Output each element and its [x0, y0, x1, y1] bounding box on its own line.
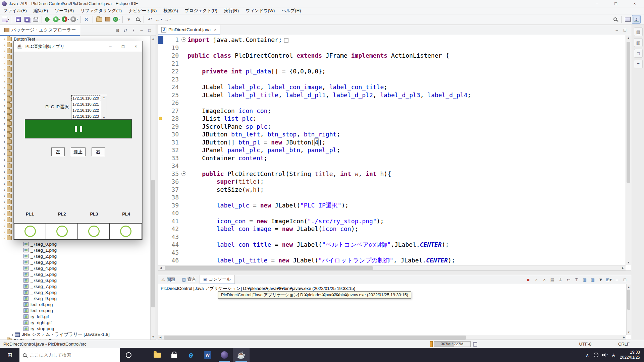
plc-ip-list[interactable]: 172.16.110.220172.16.110.221172.16.110.2…	[71, 95, 107, 120]
restore-view-2-icon[interactable]: ≡	[634, 60, 643, 68]
open-console-icon[interactable]: ⊞▾	[605, 276, 613, 284]
restore-view-icon[interactable]: □	[634, 49, 643, 58]
code-line[interactable]: 27 ImageIcon icon_con;	[158, 107, 626, 115]
code-line[interactable]: 39 label_plc = new JLabel("PLC IP選択");	[158, 201, 626, 209]
menu-item[interactable]: ファイル(F)	[0, 8, 30, 14]
tree-item-file[interactable]: _7seg_9.png	[0, 295, 150, 301]
expand-arrow-icon[interactable]: ›	[2, 236, 7, 241]
code-line[interactable]: 1+import java.awt.Container;	[158, 36, 626, 44]
maximize-button[interactable]: □	[117, 41, 129, 52]
tree-item-file[interactable]: _7seg_3.png	[0, 259, 150, 265]
word-wrap-icon[interactable]: ↩	[565, 276, 573, 284]
cortana-button[interactable]	[120, 348, 137, 362]
coverage-icon[interactable]: ▾	[61, 15, 70, 24]
fold-collapsed-icon[interactable]: +	[181, 37, 186, 42]
scroll-right-icon[interactable]: ▶	[622, 335, 626, 340]
console-tab[interactable]: ⚠問題	[158, 275, 179, 284]
maximize-view-icon[interactable]: □	[621, 276, 629, 284]
terminate-icon[interactable]: ■	[524, 276, 532, 284]
pilot-lamp-button[interactable]	[109, 223, 142, 240]
menu-item[interactable]: 実行(R)	[221, 8, 242, 14]
scroll-up-icon[interactable]: ▲	[627, 284, 631, 290]
open-perspective-icon[interactable]	[623, 15, 632, 24]
tree-item-file[interactable]: _7seg_0.png	[0, 241, 150, 247]
scrollbar-thumb[interactable]	[164, 336, 466, 340]
menu-item[interactable]: ソース(S)	[51, 8, 77, 14]
code-line[interactable]: 31 JButton[] btn_pl = new JButton[4];	[158, 138, 626, 146]
expand-arrow-icon[interactable]: ›	[2, 187, 7, 192]
collapse-all-icon[interactable]: ⊟	[113, 26, 121, 35]
minimize-button[interactable]: –	[588, 0, 606, 7]
expand-arrow-icon[interactable]: ›	[2, 181, 7, 186]
editor-vertical-scrollbar[interactable]: ▲ ▼	[626, 35, 631, 265]
code-line[interactable]: 40	[158, 209, 626, 217]
hidden-icons-chevron[interactable]: ∧	[583, 348, 592, 362]
edge-icon[interactable]: e	[182, 348, 199, 362]
expand-arrow-icon[interactable]: ›	[2, 175, 7, 180]
expand-arrow-icon[interactable]: ›	[2, 67, 7, 72]
expand-arrow-icon[interactable]: ›	[2, 205, 7, 210]
code-line[interactable]: 19	[158, 44, 626, 52]
code-line[interactable]: 34	[158, 162, 626, 170]
external-tools-icon[interactable]: ▾	[70, 15, 78, 24]
expand-arrow-icon[interactable]: ›	[2, 169, 7, 174]
expand-arrow-icon[interactable]: ›	[2, 133, 7, 138]
scroll-lock-icon[interactable]: ⇓	[556, 276, 565, 284]
store-icon[interactable]	[166, 348, 182, 362]
taskbar-clock[interactable]: 19:33 2022/01/25	[618, 350, 644, 360]
save-icon[interactable]	[14, 15, 22, 24]
expand-arrow-icon[interactable]: ›	[2, 199, 7, 204]
run-icon[interactable]: ▾	[52, 15, 61, 24]
code-line[interactable]: 29 JScrollPane sp_plc;	[158, 123, 626, 131]
tree-item-file[interactable]: ry_stop.png	[0, 325, 150, 331]
expand-arrow-icon[interactable]: ›	[2, 193, 7, 198]
skip-breakpoints-icon[interactable]: ⊘	[82, 15, 91, 24]
direction-button[interactable]: 左	[51, 147, 65, 156]
eclipse-icon[interactable]	[216, 348, 233, 362]
code-line[interactable]: 36 super(title);	[158, 178, 626, 186]
java-perspective-icon[interactable]: J	[632, 15, 641, 24]
code-line[interactable]: 24 JLabel label_plc, label_con_image, la…	[158, 83, 626, 91]
expand-arrow-icon[interactable]: ›	[2, 157, 7, 162]
console-tab[interactable]: ▣コンソール	[200, 275, 235, 284]
file-explorer-icon[interactable]	[149, 348, 166, 362]
code-editor[interactable]: 1+import java.awt.Container;1920public c…	[158, 35, 626, 265]
plc-titlebar[interactable]: ☕ PLC直接制御アプリ – □ ×	[14, 41, 142, 52]
scrollbar-thumb[interactable]	[165, 266, 373, 270]
package-explorer-tab[interactable]: パッケージ・エクスプローラー	[0, 25, 80, 36]
expand-arrow-icon[interactable]: ›	[2, 61, 7, 66]
expand-arrow-icon[interactable]: ›	[2, 49, 7, 54]
code-line[interactable]: 43	[158, 233, 626, 241]
menu-item[interactable]: ナビゲート(N)	[125, 8, 160, 14]
scroll-up-icon[interactable]: ▲	[626, 35, 631, 41]
maximize-button[interactable]: □	[606, 0, 625, 7]
close-button[interactable]: ×	[625, 0, 644, 7]
expand-arrow-icon[interactable]: ›	[2, 91, 7, 96]
code-line[interactable]: 42 label_con_image = new JLabel(icon_con…	[158, 225, 626, 233]
scrollbar-thumb[interactable]	[627, 42, 630, 183]
clear-console-icon[interactable]: ▤	[548, 276, 556, 284]
code-line[interactable]: 30 JButton btn_left, btn_stop, btn_right…	[158, 130, 626, 138]
tree-item-jre[interactable]: ›JRE システム・ライブラリー [JavaSE-1.8]	[0, 331, 150, 338]
expand-arrow-icon[interactable]: ›	[2, 109, 7, 114]
tree-item-file[interactable]: _7seg_7.png	[0, 283, 150, 289]
open-task-icon[interactable]: ▾	[124, 15, 133, 24]
speaker-muted-icon[interactable]: ×	[600, 348, 609, 362]
tree-item-file[interactable]: _7seg_1.png	[0, 247, 150, 253]
menu-item[interactable]: リファクタリング(T)	[77, 8, 125, 14]
expand-arrow-icon[interactable]: ›	[2, 338, 7, 340]
ip-option[interactable]: 172.16.110.220	[71, 95, 101, 101]
ime-mode-indicator[interactable]: A	[609, 348, 618, 362]
expand-arrow-icon[interactable]: ›	[10, 332, 15, 337]
search-flashlight-icon[interactable]	[133, 15, 142, 24]
expand-arrow-icon[interactable]: ›	[2, 151, 7, 156]
expand-arrow-icon[interactable]: ›	[2, 145, 7, 150]
maximize-view-icon[interactable]: □	[621, 26, 629, 34]
code-line[interactable]: 38	[158, 193, 626, 201]
scroll-left-icon[interactable]: ◀	[158, 265, 163, 271]
tree-item-file[interactable]: ry_left.gif	[0, 313, 150, 319]
tree-item-file[interactable]: ry_right.gif	[0, 319, 150, 325]
ip-option[interactable]: 172.16.110.221	[71, 101, 101, 107]
code-line[interactable]: 46 label_pl_title = new JLabel("パイロットランプ…	[158, 256, 626, 264]
expand-arrow-icon[interactable]: ›	[2, 163, 7, 168]
